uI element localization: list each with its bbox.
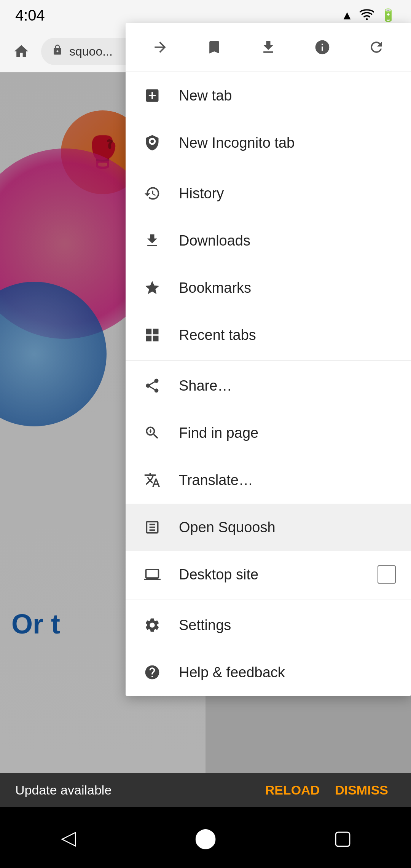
incognito-icon [141, 131, 164, 154]
menu-item-help-feedback[interactable]: Help & feedback [126, 649, 411, 696]
reload-button[interactable] [361, 32, 392, 62]
lock-icon [52, 43, 63, 59]
desktop-site-label: Desktop site [179, 566, 362, 583]
status-time: 4:04 [15, 7, 45, 24]
wifi-icon [359, 8, 374, 23]
menu-item-new-tab[interactable]: New tab [126, 72, 411, 119]
open-app-icon [141, 516, 164, 539]
new-tab-label: New tab [179, 88, 396, 104]
bookmark-button[interactable] [199, 32, 229, 62]
bookmarks-icon [141, 276, 164, 299]
menu-item-find-in-page[interactable]: Find in page [126, 409, 411, 456]
divider-3 [126, 600, 411, 600]
open-squoosh-label: Open Squoosh [179, 519, 396, 536]
home-circle-icon: ⬤ [194, 826, 217, 849]
desktop-site-checkbox[interactable] [378, 565, 396, 584]
settings-label: Settings [179, 617, 396, 633]
signal-icon: ▲ [341, 8, 353, 22]
menu-toolbar [126, 23, 411, 72]
divider-2 [126, 360, 411, 361]
reload-button[interactable]: RELOAD [258, 783, 328, 798]
menu-item-open-squoosh[interactable]: Open Squoosh [126, 504, 411, 551]
menu-item-bookmarks[interactable]: Bookmarks [126, 264, 411, 311]
update-bar: Update available RELOAD DISMISS [0, 773, 411, 807]
battery-icon: 🔋 [381, 8, 396, 22]
menu-item-recent-tabs[interactable]: Recent tabs [126, 311, 411, 359]
divider-1 [126, 168, 411, 168]
svg-point-2 [149, 145, 156, 149]
find-in-page-label: Find in page [179, 425, 396, 441]
forward-button[interactable] [145, 32, 175, 62]
menu-item-translate[interactable]: Translate… [126, 456, 411, 504]
bookmarks-label: Bookmarks [179, 280, 396, 296]
settings-icon [141, 614, 164, 637]
menu-item-share[interactable]: Share… [126, 362, 411, 409]
menu-item-desktop-site[interactable]: Desktop site [126, 551, 411, 598]
recent-tabs-label: Recent tabs [179, 327, 396, 343]
nav-back-button[interactable]: ◁ [30, 819, 107, 857]
menu-item-downloads[interactable]: Downloads [126, 217, 411, 264]
share-label: Share… [179, 378, 396, 394]
desktop-icon [141, 563, 164, 586]
download-button[interactable] [253, 32, 284, 62]
downloads-icon [141, 229, 164, 252]
translate-icon [141, 469, 164, 491]
find-icon [141, 421, 164, 444]
menu-item-settings[interactable]: Settings [126, 602, 411, 649]
help-icon [141, 661, 164, 684]
back-icon: ◁ [61, 826, 76, 849]
recent-tabs-icon [141, 324, 164, 346]
home-button[interactable] [8, 38, 35, 65]
history-icon [141, 182, 164, 205]
menu-item-history[interactable]: History [126, 170, 411, 217]
menu-item-new-incognito-tab[interactable]: New Incognito tab [126, 119, 411, 166]
info-button[interactable] [307, 32, 338, 62]
dropdown-menu: New tab New Incognito tab History [126, 23, 411, 696]
svg-point-0 [366, 18, 368, 20]
recents-icon: ▢ [333, 826, 352, 849]
new-incognito-tab-label: New Incognito tab [179, 135, 396, 151]
menu-items-container: New tab New Incognito tab History [126, 72, 411, 696]
status-icons: ▲ 🔋 [341, 8, 396, 23]
downloads-label: Downloads [179, 233, 396, 249]
share-icon [141, 374, 164, 397]
translate-label: Translate… [179, 472, 396, 488]
help-feedback-label: Help & feedback [179, 664, 396, 681]
nav-home-button[interactable]: ⬤ [167, 819, 244, 857]
new-tab-icon [141, 84, 164, 107]
svg-point-1 [150, 140, 154, 143]
bottom-nav: ◁ ⬤ ▢ [0, 807, 411, 868]
nav-recents-button[interactable]: ▢ [304, 819, 381, 857]
history-label: History [179, 185, 396, 202]
dismiss-button[interactable]: DISMISS [327, 783, 396, 798]
update-message: Update available [15, 783, 258, 798]
